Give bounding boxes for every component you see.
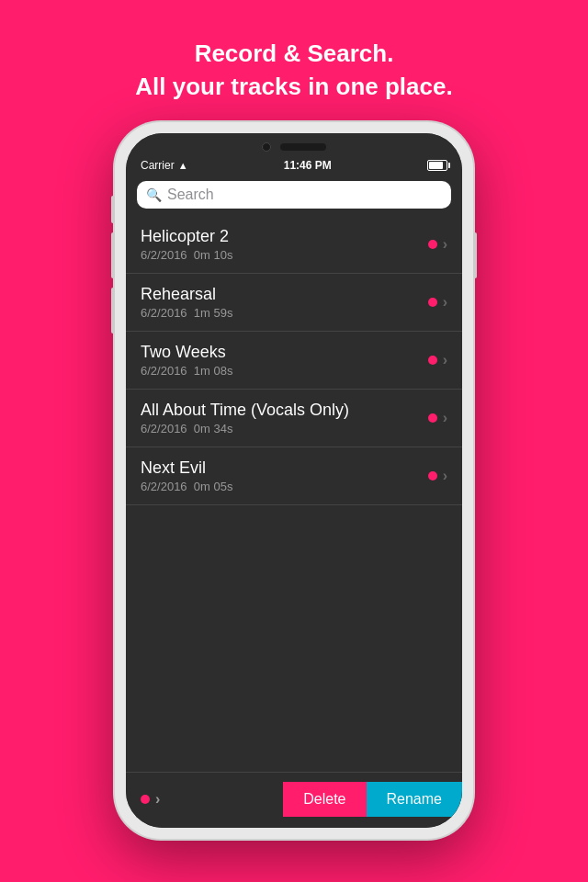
side-button-right (473, 232, 477, 278)
dot-icon (428, 240, 437, 249)
track-name: Rehearsal (141, 285, 428, 304)
delete-button[interactable]: Delete (283, 782, 366, 817)
camera-icon (262, 142, 271, 152)
dot-icon (428, 356, 437, 365)
track-right: › (428, 352, 447, 368)
mute-button (111, 196, 115, 223)
track-meta: 6/2/2016 0m 05s (141, 480, 428, 493)
speaker-icon (280, 143, 326, 151)
volume-down-button (111, 288, 115, 334)
search-input-wrap[interactable]: 🔍 Search (137, 181, 451, 209)
track-list: Helicopter 2 6/2/2016 0m 10s › Rehearsal… (126, 216, 462, 772)
side-buttons-left (111, 196, 115, 334)
battery-fill (429, 162, 443, 169)
list-item[interactable]: Next Evil 6/2/2016 0m 05s › (126, 447, 462, 505)
list-item[interactable]: Rehearsal 6/2/2016 1m 59s › (126, 274, 462, 332)
search-placeholder: Search (167, 187, 214, 203)
chevron-right-icon: › (443, 294, 447, 311)
dot-icon (428, 298, 437, 307)
status-battery (427, 160, 447, 171)
track-info: Next Evil 6/2/2016 0m 05s (141, 458, 428, 493)
app-headline: Record & Search. All your tracks in one … (135, 37, 452, 104)
bottom-actions: Delete Rename (283, 782, 462, 817)
dot-icon (428, 413, 437, 423)
headline-line1: Record & Search. (195, 40, 394, 67)
chevron-right-icon: › (443, 352, 447, 368)
power-button (473, 232, 477, 278)
track-info: Rehearsal 6/2/2016 1m 59s (141, 285, 428, 320)
track-name: Next Evil (141, 458, 428, 478)
bottom-left: › (126, 791, 283, 808)
list-item[interactable]: Helicopter 2 6/2/2016 0m 10s › (126, 216, 462, 274)
phone-top-bar (126, 133, 462, 157)
track-meta: 6/2/2016 0m 34s (141, 422, 428, 435)
volume-up-button (111, 232, 115, 278)
status-bar: Carrier ▲ 11:46 PM (126, 157, 462, 175)
track-right: › (428, 468, 447, 484)
selected-chevron-icon: › (155, 791, 160, 808)
track-right: › (428, 294, 447, 311)
search-bar[interactable]: 🔍 Search (126, 175, 462, 216)
chevron-right-icon: › (443, 410, 447, 426)
phone-frame: Carrier ▲ 11:46 PM 🔍 Search Helicopter 2 (115, 122, 473, 839)
wifi-icon: ▲ (178, 160, 188, 171)
phone-screen: Carrier ▲ 11:46 PM 🔍 Search Helicopter 2 (126, 133, 462, 828)
list-item[interactable]: Two Weeks 6/2/2016 1m 08s › (126, 332, 462, 390)
track-name: Two Weeks (141, 343, 428, 362)
chevron-right-icon: › (443, 468, 447, 484)
bottom-action-bar: › Delete Rename (126, 772, 462, 828)
search-icon: 🔍 (146, 187, 162, 202)
track-meta: 6/2/2016 0m 10s (141, 248, 428, 262)
list-item[interactable]: All About Time (Vocals Only) 6/2/2016 0m… (126, 390, 462, 447)
track-info: Two Weeks 6/2/2016 1m 08s (141, 343, 428, 378)
selected-dot-icon (141, 795, 150, 804)
rename-button[interactable]: Rename (367, 782, 462, 817)
track-info: Helicopter 2 6/2/2016 0m 10s (141, 227, 428, 262)
track-right: › (428, 236, 447, 253)
track-meta: 6/2/2016 1m 59s (141, 306, 428, 320)
track-meta: 6/2/2016 1m 08s (141, 364, 428, 378)
status-time: 11:46 PM (284, 159, 332, 172)
status-carrier: Carrier ▲ (141, 159, 188, 172)
chevron-right-icon: › (443, 236, 447, 253)
headline-line2: All your tracks in one place. (135, 73, 452, 100)
track-name: All About Time (Vocals Only) (141, 401, 428, 420)
track-info: All About Time (Vocals Only) 6/2/2016 0m… (141, 401, 428, 435)
track-right: › (428, 410, 447, 426)
track-name: Helicopter 2 (141, 227, 428, 246)
dot-icon (428, 471, 437, 481)
battery-icon (427, 160, 447, 171)
